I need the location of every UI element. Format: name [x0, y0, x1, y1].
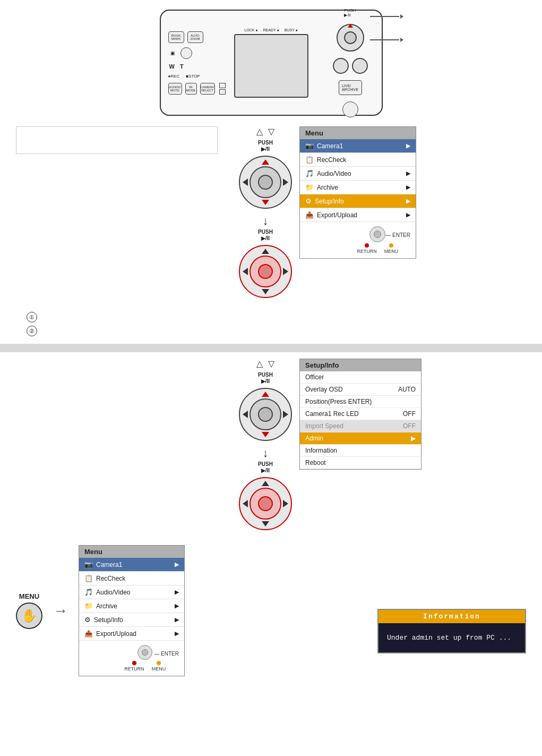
setupinfo-officer[interactable]: Officer: [300, 371, 421, 384]
jog2-left-arrow: [243, 268, 248, 275]
menu-panel-bottom-title: Menu: [79, 546, 184, 558]
overlay-osd-label: Overlay OSD: [305, 386, 343, 393]
down-arrow: ▽: [268, 126, 274, 137]
camera1-icon: 📷: [305, 142, 314, 150]
menu-item-archive-label: Archive: [317, 184, 338, 191]
jog2-down-arrow: [262, 289, 269, 294]
enter-jog-icon[interactable]: [369, 226, 385, 242]
setupinfo-camera1-rec-led[interactable]: Camera1 Rec LED OFF: [300, 408, 421, 420]
menu-item-setupinfo-b[interactable]: ⚙ Setup/Info ▶: [79, 613, 184, 627]
menu-item-archive[interactable]: 📁 Archive ▶: [300, 181, 416, 194]
menu-item-exportupload[interactable]: 📤 Export/Upload ▶: [300, 208, 416, 222]
menu-item-audiovideo-label: Audio/Video: [317, 170, 351, 177]
book-mark-button[interactable]: BOOKMARK: [168, 31, 184, 43]
reboot-label: Reboot: [305, 459, 326, 466]
info-box: Information Under admin set up from PC .…: [377, 609, 526, 653]
menu-item-archive-b[interactable]: 📁 Archive ▶: [79, 599, 184, 613]
auto-zoom-button[interactable]: AUTOZOOM: [187, 31, 203, 43]
live-archive-button[interactable]: LIVE/ARCHIVE: [339, 80, 362, 95]
numbered-list: ① ②: [0, 308, 542, 344]
admin-label: Admin: [305, 435, 323, 442]
camera1-b-chevron: ▶: [175, 561, 179, 568]
menu-item-audiovideo[interactable]: 🎵 Audio/Video ▶: [300, 167, 416, 181]
menu-item-setupinfo-b-label: Setup/Info: [94, 616, 123, 624]
jog2-up-arrow: [262, 249, 269, 254]
return-label: RETURN: [357, 249, 377, 254]
menu-hand-button[interactable]: ✋: [16, 602, 42, 629]
jog-dial-3[interactable]: [239, 388, 292, 441]
officer-label: Officer: [305, 373, 324, 381]
jog2-right-arrow: [283, 268, 288, 275]
return-dot: [365, 243, 369, 248]
menu-item-setupinfo[interactable]: ⚙ Setup/Info ▶: [300, 194, 416, 208]
menu-item-camera1-b[interactable]: 📷 Camera1 ▶: [79, 558, 184, 572]
menu-item-exportupload-b[interactable]: 📤 Export/Upload ▶: [79, 627, 184, 641]
camera-select-button[interactable]: CAMERASELECT: [200, 83, 215, 95]
import-speed-value: OFF: [403, 422, 416, 430]
arrow-right-symbol: →: [53, 602, 68, 619]
small-button-1[interactable]: [333, 58, 349, 74]
import-speed-label: Import Speed: [305, 422, 343, 430]
enter-jog-icon-b[interactable]: [137, 645, 152, 660]
menu-dot: [389, 243, 393, 248]
device-illustration: BOOKMARK AUTOZOOM ▣ W T ●REC ■STOP AUDIO…: [0, 0, 542, 121]
push-label-2: PUSH▶/II: [258, 229, 273, 242]
up-arrow: △: [256, 126, 263, 137]
numbered-item-2: ②: [27, 326, 526, 336]
audiovideo-icon: 🎵: [305, 169, 314, 177]
setupinfo-admin[interactable]: Admin ▶: [300, 432, 421, 445]
section1-right: △ ▽ PUSH▶/II ↓ PUSH▶/II: [239, 126, 526, 302]
gray-section-bar: [0, 344, 542, 352]
section2-left: [16, 359, 239, 534]
nav-arrows-2: △ ▽: [256, 359, 274, 369]
reccheck-icon-b: 📋: [84, 574, 93, 582]
setupinfo-import-speed: Import Speed OFF: [300, 420, 421, 432]
menu-item-camera1[interactable]: 📷 Camera1 ▶: [300, 139, 416, 153]
push-label-4: PUSH▶/II: [258, 461, 273, 474]
setupinfo-position[interactable]: Position(Press ENTER): [300, 396, 421, 408]
setupinfo-information[interactable]: Information: [300, 445, 421, 457]
information-label: Information: [305, 447, 337, 454]
admin-chevron: ▶: [411, 435, 416, 442]
device-screen-area: LOCK ● READY ● BUSY ●: [216, 28, 326, 98]
numbered-item-1: ①: [27, 312, 526, 322]
audio2-mute-button[interactable]: AUDIO2MUTE: [168, 83, 182, 95]
menu-label-footer: MENU: [384, 249, 399, 254]
camera1-rec-led-value: OFF: [403, 410, 416, 418]
menu-item-exportupload-label: Export/Upload: [317, 211, 357, 219]
menu-footer-bottom: RETURN MENU — ENTER: [79, 641, 184, 676]
setupinfo-b-chevron: ▶: [175, 616, 179, 623]
jog-dial-1[interactable]: [239, 156, 292, 209]
menu-item-reccheck-b[interactable]: 📋 RecCheck: [79, 572, 184, 585]
arrow-down-2: ↓: [263, 446, 269, 460]
info-box-title: Information: [378, 610, 525, 623]
section2-right: △ ▽ PUSH▶/II ↓ PUSH▶/II: [239, 359, 526, 534]
return-label-b: RETURN: [124, 666, 144, 672]
menu-item-audiovideo-b[interactable]: 🎵 Audio/Video ▶: [79, 585, 184, 599]
main-jog-dial[interactable]: [337, 24, 364, 52]
menu-item-reccheck[interactable]: 📋 RecCheck: [300, 153, 416, 167]
menu-text-label: MENU: [19, 592, 39, 600]
exportupload-icon: 📤: [305, 211, 314, 219]
jog-dial-4[interactable]: [239, 477, 292, 530]
info-box-body: Under admin set up from PC ...: [378, 623, 525, 652]
setupinfo-overlay-osd[interactable]: Overlay OSD AUTO: [300, 384, 421, 396]
left-circle-button[interactable]: [180, 47, 192, 59]
up-arrow-2: △: [256, 359, 263, 369]
archive-icon-b: 📁: [84, 602, 93, 610]
audiovideo-chevron: ▶: [406, 170, 410, 177]
small-button-2[interactable]: [352, 58, 368, 74]
setupinfo-reboot[interactable]: Reboot: [300, 457, 421, 469]
setupinfo-panel-title: Setup/Info: [300, 359, 421, 371]
exportupload-icon-b: 📤: [84, 630, 93, 638]
enter-label: — ENTER: [385, 232, 410, 238]
archive-chevron: ▶: [406, 184, 410, 191]
jog-dial-2[interactable]: [239, 245, 292, 298]
large-right-button[interactable]: [342, 101, 358, 117]
camera1-chevron: ▶: [406, 142, 410, 149]
overlay-osd-value: AUTO: [398, 386, 416, 393]
menu-item-exportupload-b-label: Export/Upload: [96, 630, 136, 638]
ir-mode-button[interactable]: IRMODE: [185, 83, 197, 95]
audiovideo-b-chevron: ▶: [175, 589, 179, 596]
section1-left: [16, 126, 239, 302]
